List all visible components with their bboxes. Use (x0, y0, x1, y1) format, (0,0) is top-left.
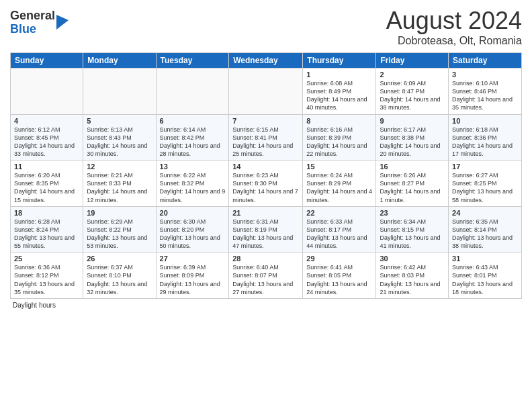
calendar-cell: 16Sunrise: 6:26 AM Sunset: 8:27 PM Dayli… (376, 161, 449, 207)
logo-general-text: General (10, 9, 55, 23)
calendar-cell: 31Sunrise: 6:43 AM Sunset: 8:01 PM Dayli… (449, 253, 522, 299)
calendar-cell: 8Sunrise: 6:16 AM Sunset: 8:39 PM Daylig… (303, 114, 376, 161)
day-number: 16 (380, 163, 445, 171)
day-number: 1 (306, 71, 372, 79)
page: General Blue August 2024 Dobroteasa, Olt… (0, 0, 532, 411)
calendar-header-wednesday: Wednesday (229, 53, 303, 68)
calendar-cell: 7Sunrise: 6:15 AM Sunset: 8:41 PM Daylig… (229, 114, 303, 161)
calendar-week-row: 4Sunrise: 6:12 AM Sunset: 8:45 PM Daylig… (11, 114, 522, 161)
calendar-week-row: 18Sunrise: 6:28 AM Sunset: 8:24 PM Dayli… (11, 206, 522, 253)
day-number: 9 (380, 117, 445, 125)
day-number: 8 (306, 117, 372, 125)
day-number: 21 (232, 209, 299, 217)
day-info: Sunrise: 6:14 AM Sunset: 8:42 PM Dayligh… (160, 126, 226, 158)
calendar-cell: 23Sunrise: 6:34 AM Sunset: 8:15 PM Dayli… (376, 206, 449, 253)
calendar-cell: 3Sunrise: 6:10 AM Sunset: 8:46 PM Daylig… (449, 68, 522, 115)
day-number: 6 (160, 117, 226, 125)
day-info: Sunrise: 6:40 AM Sunset: 8:07 PM Dayligh… (232, 263, 299, 296)
location: Dobroteasa, Olt, Romania (386, 35, 522, 47)
day-number: 31 (452, 255, 518, 263)
day-number: 22 (306, 209, 372, 217)
calendar-cell: 19Sunrise: 6:29 AM Sunset: 8:22 PM Dayli… (83, 206, 156, 253)
day-info: Sunrise: 6:12 AM Sunset: 8:45 PM Dayligh… (14, 126, 79, 158)
day-number: 11 (14, 163, 79, 171)
calendar-week-row: 11Sunrise: 6:20 AM Sunset: 8:35 PM Dayli… (11, 161, 522, 207)
calendar-header-sunday: Sunday (11, 53, 83, 68)
day-number: 18 (14, 209, 79, 217)
day-number: 17 (452, 163, 518, 171)
calendar-cell: 30Sunrise: 6:42 AM Sunset: 8:03 PM Dayli… (376, 253, 449, 299)
logo-blue-text: Blue (10, 23, 55, 36)
day-info: Sunrise: 6:16 AM Sunset: 8:39 PM Dayligh… (306, 126, 372, 158)
svg-marker-0 (56, 15, 69, 30)
calendar-cell: 9Sunrise: 6:17 AM Sunset: 8:38 PM Daylig… (376, 114, 449, 161)
calendar-cell: 13Sunrise: 6:22 AM Sunset: 8:32 PM Dayli… (156, 161, 229, 207)
day-info: Sunrise: 6:27 AM Sunset: 8:25 PM Dayligh… (452, 171, 518, 204)
calendar-cell: 11Sunrise: 6:20 AM Sunset: 8:35 PM Dayli… (11, 161, 83, 207)
calendar-cell: 17Sunrise: 6:27 AM Sunset: 8:25 PM Dayli… (449, 161, 522, 207)
calendar-header-thursday: Thursday (303, 53, 376, 68)
day-info: Sunrise: 6:37 AM Sunset: 8:10 PM Dayligh… (87, 263, 152, 296)
calendar-cell: 26Sunrise: 6:37 AM Sunset: 8:10 PM Dayli… (83, 253, 156, 299)
calendar-cell: 22Sunrise: 6:33 AM Sunset: 8:17 PM Dayli… (303, 206, 376, 253)
day-info: Sunrise: 6:09 AM Sunset: 8:47 PM Dayligh… (380, 79, 445, 112)
calendar-cell: 12Sunrise: 6:21 AM Sunset: 8:33 PM Dayli… (83, 161, 156, 207)
calendar-cell: 27Sunrise: 6:39 AM Sunset: 8:09 PM Dayli… (156, 253, 229, 299)
day-info: Sunrise: 6:28 AM Sunset: 8:24 PM Dayligh… (14, 218, 79, 250)
calendar-cell (83, 68, 156, 115)
day-number: 2 (380, 71, 445, 79)
day-number: 15 (306, 163, 372, 171)
logo-icon (56, 15, 69, 30)
day-number: 25 (14, 255, 79, 263)
day-info: Sunrise: 6:36 AM Sunset: 8:12 PM Dayligh… (14, 263, 79, 296)
day-info: Sunrise: 6:33 AM Sunset: 8:17 PM Dayligh… (306, 218, 372, 250)
calendar-table: SundayMondayTuesdayWednesdayThursdayFrid… (10, 52, 522, 299)
footer-note: Daylight hours (10, 302, 522, 309)
calendar-cell (11, 68, 83, 115)
day-info: Sunrise: 6:34 AM Sunset: 8:15 PM Dayligh… (380, 218, 445, 250)
day-number: 14 (232, 163, 299, 171)
calendar-cell (229, 68, 303, 115)
day-number: 10 (452, 117, 518, 125)
day-info: Sunrise: 6:43 AM Sunset: 8:01 PM Dayligh… (452, 263, 518, 296)
day-info: Sunrise: 6:15 AM Sunset: 8:41 PM Dayligh… (232, 126, 299, 158)
day-info: Sunrise: 6:21 AM Sunset: 8:33 PM Dayligh… (87, 171, 152, 204)
day-info: Sunrise: 6:23 AM Sunset: 8:30 PM Dayligh… (232, 171, 299, 204)
day-info: Sunrise: 6:24 AM Sunset: 8:29 PM Dayligh… (306, 171, 372, 204)
day-number: 20 (160, 209, 226, 217)
calendar-cell: 2Sunrise: 6:09 AM Sunset: 8:47 PM Daylig… (376, 68, 449, 115)
day-number: 24 (452, 209, 518, 217)
day-info: Sunrise: 6:10 AM Sunset: 8:46 PM Dayligh… (452, 79, 518, 112)
day-number: 23 (380, 209, 445, 217)
day-number: 29 (306, 255, 372, 263)
calendar-cell: 15Sunrise: 6:24 AM Sunset: 8:29 PM Dayli… (303, 161, 376, 207)
calendar-cell: 5Sunrise: 6:13 AM Sunset: 8:43 PM Daylig… (83, 114, 156, 161)
title-block: August 2024 Dobroteasa, Olt, Romania (386, 7, 522, 47)
calendar-cell: 20Sunrise: 6:30 AM Sunset: 8:20 PM Dayli… (156, 206, 229, 253)
calendar-cell: 29Sunrise: 6:41 AM Sunset: 8:05 PM Dayli… (303, 253, 376, 299)
calendar-cell (156, 68, 229, 115)
calendar-cell: 25Sunrise: 6:36 AM Sunset: 8:12 PM Dayli… (11, 253, 83, 299)
logo: General Blue (10, 9, 69, 36)
day-number: 7 (232, 117, 299, 125)
calendar-cell: 28Sunrise: 6:40 AM Sunset: 8:07 PM Dayli… (229, 253, 303, 299)
day-info: Sunrise: 6:18 AM Sunset: 8:36 PM Dayligh… (452, 126, 518, 158)
calendar-week-row: 1Sunrise: 6:08 AM Sunset: 8:49 PM Daylig… (11, 68, 522, 115)
calendar-cell: 24Sunrise: 6:35 AM Sunset: 8:14 PM Dayli… (449, 206, 522, 253)
day-info: Sunrise: 6:39 AM Sunset: 8:09 PM Dayligh… (160, 263, 226, 296)
day-number: 19 (87, 209, 152, 217)
day-info: Sunrise: 6:13 AM Sunset: 8:43 PM Dayligh… (87, 126, 152, 158)
calendar-header-friday: Friday (376, 53, 449, 68)
calendar-week-row: 25Sunrise: 6:36 AM Sunset: 8:12 PM Dayli… (11, 253, 522, 299)
calendar-cell: 1Sunrise: 6:08 AM Sunset: 8:49 PM Daylig… (303, 68, 376, 115)
day-info: Sunrise: 6:42 AM Sunset: 8:03 PM Dayligh… (380, 263, 445, 296)
month-title: August 2024 (386, 7, 522, 35)
calendar-header-tuesday: Tuesday (156, 53, 229, 68)
calendar-cell: 10Sunrise: 6:18 AM Sunset: 8:36 PM Dayli… (449, 114, 522, 161)
day-number: 3 (452, 71, 518, 79)
day-info: Sunrise: 6:08 AM Sunset: 8:49 PM Dayligh… (306, 79, 372, 112)
day-number: 13 (160, 163, 226, 171)
calendar-cell: 4Sunrise: 6:12 AM Sunset: 8:45 PM Daylig… (11, 114, 83, 161)
calendar-header-monday: Monday (83, 53, 156, 68)
day-info: Sunrise: 6:35 AM Sunset: 8:14 PM Dayligh… (452, 218, 518, 250)
